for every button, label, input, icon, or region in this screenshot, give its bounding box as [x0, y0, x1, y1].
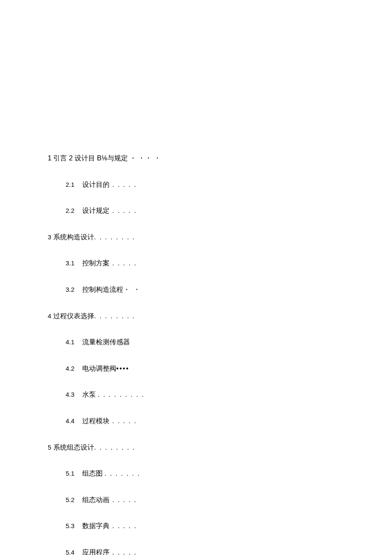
toc-entry: 4.1流量检测传感器 — [48, 337, 346, 348]
toc-title: 水泵 — [82, 391, 98, 398]
toc-line-1: 1 引言 2 设计目 B⅛与规定 ・ ・・ ・ — [48, 153, 346, 164]
toc-entry: 3.1控制方案 . . . . . — [48, 258, 346, 269]
toc-leader: . . . . . — [110, 259, 137, 267]
toc-title: 数据字典 — [82, 522, 110, 529]
toc-entry: 4.3水泵 . . . . . . . . . — [48, 389, 346, 400]
toc-num: 5.1 — [66, 470, 75, 477]
toc-num: 4.4 — [66, 417, 75, 424]
toc-title: 应用程序 — [82, 549, 110, 555]
toc-leader: . . . . . . . . . — [98, 391, 144, 398]
toc-title: 设计目的 — [82, 181, 110, 188]
toc-entry: 5.4应用程序 . . . . . — [48, 547, 346, 555]
toc-num: 2.1 — [66, 181, 75, 188]
toc-entry: 4.4过程模块 . . . . . — [48, 416, 346, 427]
toc-num: 2.2 — [66, 207, 75, 214]
toc-num: 4 — [48, 312, 51, 320]
toc-num: 5 — [48, 444, 51, 451]
toc-title: 设计规定 — [82, 207, 110, 214]
toc-entry: 5.3数据字典 . . . . . — [48, 520, 346, 532]
toc-entry: 4 过程仪表选择. . . . . . . . — [48, 311, 346, 322]
toc-num: 5.2 — [66, 496, 75, 503]
toc-title: 控制构造流程 — [82, 286, 123, 293]
toc-num: 4.2 — [66, 365, 75, 372]
toc-title: 组态动画 — [82, 496, 110, 503]
toc-leader: . . . . . — [110, 207, 137, 214]
toc-entry: 5.2组态动画 . . . . . — [48, 494, 346, 506]
toc-leader: . . . . . — [110, 549, 137, 555]
toc-line-1-text: 1 引言 2 设计目 B⅛与规定 ・ ・・ ・ — [48, 154, 161, 162]
toc-entry: 4.2电动调整阀•••• — [48, 363, 346, 374]
toc-container: 1 引言 2 设计目 B⅛与规定 ・ ・・ ・ 2.1设计目的 . . . . … — [48, 153, 346, 555]
toc-leader: . . . . . . . . — [94, 312, 135, 320]
toc-entry: 3 系统构造设计. . . . . . . . — [48, 232, 346, 243]
toc-title: 电动调整阀 — [82, 365, 116, 372]
toc-num: 4.3 — [66, 391, 75, 398]
toc-num: 5.4 — [66, 549, 75, 555]
toc-num: 4.1 — [66, 338, 75, 346]
toc-leader: . . . . . — [110, 522, 137, 529]
toc-title: 控制方案 — [82, 259, 110, 267]
toc-title: 过程仪表选择 — [53, 312, 94, 320]
toc-leader: •••• — [116, 365, 129, 372]
toc-num: 3 — [48, 233, 51, 241]
toc-entry: 2.1设计目的 . . . . . — [48, 179, 346, 190]
toc-entry: 2.2设计规定 . . . . . — [48, 205, 346, 216]
toc-entry: 5.1组态图 . . . . . . . — [48, 468, 346, 479]
toc-title: 流量检测传感器 — [82, 338, 130, 346]
toc-leader: . . . . . — [110, 417, 137, 424]
toc-title: 过程模块 — [82, 417, 110, 424]
toc-leader: ・ ・ — [123, 286, 141, 293]
toc-leader: . . . . . . . . — [94, 444, 135, 451]
toc-leader: . . . . . — [110, 181, 137, 188]
toc-num: 3.1 — [66, 259, 75, 267]
toc-leader: . . . . . . . . — [94, 233, 135, 241]
toc-leader: . . . . . — [110, 496, 137, 503]
toc-leader: . . . . . . . — [104, 470, 140, 477]
toc-entry: 3.2控制构造流程・ ・ — [48, 284, 346, 295]
toc-entry: 5 系统组态设计. . . . . . . . — [48, 442, 346, 453]
toc-title: 组态图 — [82, 470, 104, 477]
toc-num: 5.3 — [66, 522, 75, 529]
toc-title: 系统组态设计 — [53, 444, 94, 451]
toc-num: 3.2 — [66, 286, 75, 293]
toc-title: 系统构造设计 — [53, 233, 94, 241]
